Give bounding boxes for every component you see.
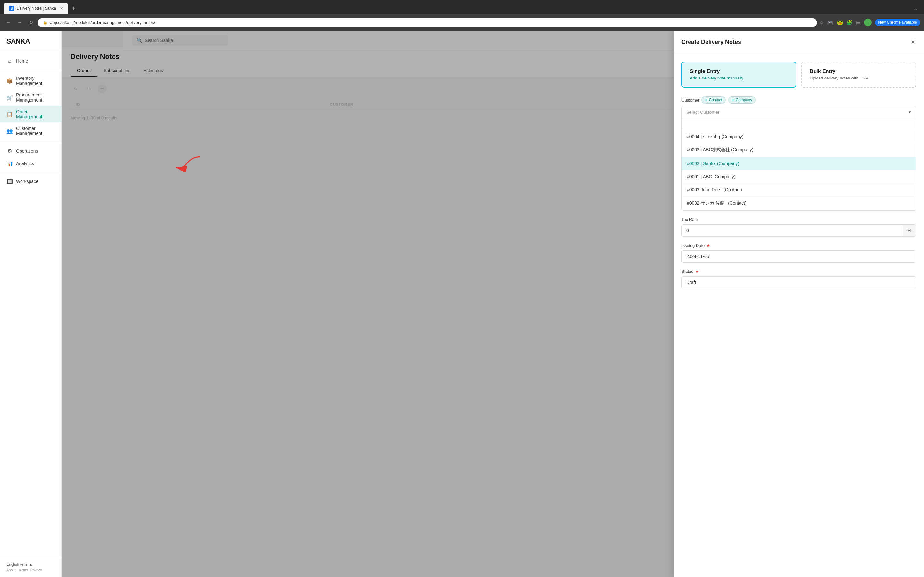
browser-toolbar: ← → ↻ 🔒 app.sanka.io/modules/ordermanage… — [0, 14, 924, 31]
language-text: English (en) — [6, 562, 27, 567]
tax-rate-form-row: Tax Rate % — [682, 217, 916, 237]
tax-rate-suffix: % — [903, 225, 916, 236]
extension-icon1[interactable]: 🎮 — [827, 19, 834, 26]
home-icon: ⌂ — [6, 58, 13, 64]
lock-icon: 🔒 — [43, 20, 47, 25]
issuing-date-form-row: Issuing Date ★ — [682, 243, 916, 263]
active-browser-tab[interactable]: S Delivery Notes | Sanka × — [4, 3, 68, 14]
language-selector[interactable]: English (en) ▲ — [6, 562, 55, 567]
status-input[interactable] — [682, 276, 916, 288]
about-link[interactable]: About — [6, 568, 16, 572]
procurement-icon: 🛒 — [6, 95, 13, 101]
sidebar-item-label-analytics: Analytics — [16, 161, 34, 166]
customer-select-placeholder: Select Customer — [686, 110, 908, 115]
logo-text: SANKA — [6, 37, 30, 45]
dropdown-item-0002s[interactable]: #0002 サンカ 佐藤 | (Contact) — [682, 197, 916, 210]
dropdown-item-0001[interactable]: #0001 | ABC (Company) — [682, 170, 916, 183]
new-tab-button[interactable]: + — [69, 3, 78, 13]
single-entry-card[interactable]: Single Entry Add a delivery note manuall… — [682, 61, 796, 87]
sidebar-footer-links: About Terms Privacy — [6, 568, 55, 572]
dropdown-item-0003j[interactable]: #0003 John Doe | (Contact) — [682, 183, 916, 197]
customer-label-text: Customer — [682, 98, 699, 103]
sidebar-item-inventory[interactable]: 📦 Inventory Management — [0, 73, 61, 89]
browser-chrome: S Delivery Notes | Sanka × + ⌄ ← → ↻ 🔒 a… — [0, 0, 924, 31]
customer-form-row: Customer + Contact + Company — [682, 97, 916, 211]
dropdown-search-input[interactable] — [686, 121, 912, 127]
operations-icon: ⚙ — [6, 148, 13, 154]
extension-icon2[interactable]: 🐸 — [837, 19, 843, 26]
main-content: 🔍 Delivery Notes Orders Subscriptions Es… — [61, 31, 924, 577]
order-icon: 📋 — [6, 111, 13, 117]
contact-badge[interactable]: + Contact — [701, 97, 726, 103]
sidebar-item-workspace[interactable]: 🔲 Workspace — [0, 175, 61, 187]
workspace-icon: 🔲 — [6, 178, 13, 184]
customer-dropdown[interactable]: Select Customer ▼ #0004 | sankahq (Compa… — [682, 106, 916, 211]
status-label: Status ★ — [682, 269, 916, 274]
arrow-pointer — [171, 153, 203, 173]
browser-tabs: S Delivery Notes | Sanka × + ⌄ — [0, 0, 924, 14]
reload-button[interactable]: ↻ — [27, 18, 35, 27]
sidebar-item-procurement[interactable]: 🛒 Procurement Management — [0, 89, 61, 106]
sidebar-item-label-inventory: Inventory Management — [16, 76, 55, 86]
language-chevron-icon: ▲ — [29, 562, 33, 567]
company-badge[interactable]: + Company — [728, 97, 756, 103]
extensions-icon[interactable]: 🧩 — [846, 19, 853, 26]
modal-close-button[interactable]: × — [910, 37, 916, 47]
sidebar-item-home[interactable]: ⌂ Home — [0, 55, 61, 67]
url-text: app.sanka.io/modules/ordermanagement/del… — [50, 20, 812, 25]
modal-body: Single Entry Add a delivery note manuall… — [674, 54, 924, 577]
entry-type-row: Single Entry Add a delivery note manuall… — [682, 61, 916, 87]
privacy-link[interactable]: Privacy — [31, 568, 42, 572]
address-bar[interactable]: 🔒 app.sanka.io/modules/ordermanagement/d… — [37, 18, 817, 27]
new-chrome-badge[interactable]: New Chrome available — [875, 19, 920, 26]
customer-select-trigger[interactable]: Select Customer ▼ — [682, 106, 916, 118]
sidebar-item-customer[interactable]: 👥 Customer Management — [0, 122, 61, 139]
back-button[interactable]: ← — [4, 18, 13, 27]
tax-rate-label: Tax Rate — [682, 217, 916, 222]
profile-icon[interactable]: I — [864, 19, 872, 26]
contact-badge-text: Contact — [709, 98, 722, 102]
customer-label-row: Customer + Contact + Company — [682, 97, 916, 103]
tab-title: Delivery Notes | Sanka — [17, 6, 58, 11]
toolbar-actions: ☆ 🎮 🐸 🧩 ▤ I New Chrome available — [819, 19, 920, 26]
issuing-date-input[interactable] — [682, 250, 916, 263]
issuing-date-required: ★ — [706, 243, 710, 248]
sidebar-item-label-order: Order Management — [16, 109, 55, 119]
sidebar-item-label-procurement: Procurement Management — [16, 92, 55, 103]
label-badges: + Contact + Company — [701, 97, 756, 103]
single-entry-subtitle: Add a delivery note manually — [690, 76, 788, 81]
modal-panel: Create Delivery Notes × Single Entry Add… — [674, 31, 924, 577]
sidebar-item-label-customer: Customer Management — [16, 126, 55, 136]
tab-favicon: S — [9, 6, 14, 11]
dropdown-item-0004[interactable]: #0004 | sankahq (Company) — [682, 130, 916, 143]
tax-rate-input[interactable] — [682, 225, 903, 236]
cast-icon[interactable]: ▤ — [856, 19, 861, 26]
terms-link[interactable]: Terms — [18, 568, 28, 572]
sidebar-item-operations[interactable]: ⚙ Operations — [0, 145, 61, 157]
sidebar-item-analytics[interactable]: 📊 Analytics — [0, 157, 61, 169]
dropdown-item-0002[interactable]: #0002 | Sanka (Company) — [682, 157, 916, 170]
modal-overlay[interactable]: Create Delivery Notes × Single Entry Add… — [61, 31, 924, 577]
status-required: ★ — [695, 269, 699, 274]
sidebar-item-label-home: Home — [16, 58, 28, 63]
tab-menu-button[interactable]: ⌄ — [911, 4, 920, 13]
sidebar-nav: ⌂ Home 📦 Inventory Management 🛒 Procurem… — [0, 51, 61, 557]
sidebar-item-order[interactable]: 📋 Order Management — [0, 106, 61, 122]
sidebar: SANKA ⌂ Home 📦 Inventory Management 🛒 Pr… — [0, 31, 61, 577]
single-entry-title: Single Entry — [690, 69, 788, 74]
tab-close-button[interactable]: × — [60, 6, 63, 11]
bulk-entry-card[interactable]: Bulk Entry Upload delivery notes with CS… — [801, 61, 916, 87]
modal-title: Create Delivery Notes — [682, 39, 741, 45]
bulk-entry-title: Bulk Entry — [810, 69, 908, 74]
modal-header: Create Delivery Notes × — [674, 31, 924, 54]
tax-rate-input-group: % — [682, 224, 916, 237]
analytics-icon: 📊 — [6, 160, 13, 166]
company-badge-text: Company — [736, 98, 752, 102]
customer-icon: 👥 — [6, 128, 13, 134]
issuing-date-label: Issuing Date ★ — [682, 243, 916, 248]
dropdown-list: #0004 | sankahq (Company) #0003 | ABC株式会… — [682, 130, 916, 210]
bookmark-icon[interactable]: ☆ — [819, 19, 824, 26]
forward-button[interactable]: → — [15, 18, 24, 27]
dropdown-item-0003c[interactable]: #0003 | ABC株式会社 (Company) — [682, 143, 916, 157]
status-form-row: Status ★ — [682, 269, 916, 288]
